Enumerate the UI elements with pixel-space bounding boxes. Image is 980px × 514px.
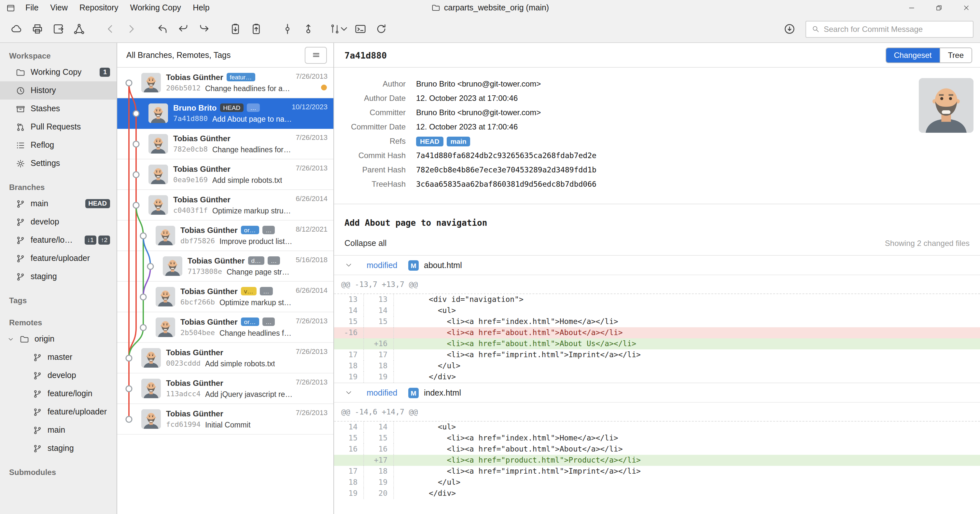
sidebar-branch-feature-uploader[interactable]: feature/uploader <box>0 249 116 267</box>
nav-back-button[interactable] <box>100 19 120 39</box>
network-button[interactable] <box>69 19 89 39</box>
sidebar-remote-branch-master[interactable]: master <box>0 348 116 366</box>
sidebar-item-stashes[interactable]: Stashes <box>0 100 116 118</box>
sidebar-branch-feature-login[interactable]: feature/lo… ↓1 ↑2 <box>0 231 116 249</box>
diff-line: 1919 </div> <box>334 371 980 382</box>
undo-button[interactable] <box>153 19 172 39</box>
collapse-all-button[interactable]: Collapse all <box>344 239 387 248</box>
field-label: Author Date <box>334 94 406 103</box>
hamburger-icon <box>311 50 321 60</box>
commit-row[interactable]: Tobias Günther 0023cdddAdd simple robots… <box>117 343 333 373</box>
commit-date: 5/16/2018 <box>296 256 328 263</box>
sidebar-remote-origin[interactable]: origin <box>0 330 116 348</box>
sidebar-branch-staging[interactable]: staging <box>0 267 116 286</box>
push-button[interactable] <box>194 19 213 39</box>
tab-changeset[interactable]: Changeset <box>886 48 939 62</box>
hunk-header: @@ -13,7 +13,7 @@ <box>334 275 980 294</box>
file-name: about.html <box>424 260 462 270</box>
branch-icon <box>16 272 25 281</box>
head-badge: HEAD <box>85 199 110 208</box>
menu-repository[interactable]: Repository <box>73 0 124 16</box>
commit-row[interactable]: Tobias Güntherd…… 7173808eChange page st… <box>117 251 333 282</box>
sidebar-item-pull-requests[interactable]: Pull Requests <box>0 118 116 136</box>
commit-row[interactable]: Tobias Güntherv…… 6bcf266bOptimize marku… <box>117 282 333 312</box>
restore-button[interactable] <box>925 0 953 16</box>
sidebar-item-working-copy[interactable]: Working Copy 1 <box>0 63 116 81</box>
diff-line: 1717 <li><a href="imprint.html">Imprint<… <box>334 349 980 360</box>
commit-row[interactable]: Tobias Güntherfeatur… 206b5012Change hea… <box>117 68 333 98</box>
arrow-up-left-icon <box>156 23 168 35</box>
commit-icon <box>281 23 293 35</box>
pull-button[interactable] <box>173 19 193 39</box>
field-label: Parent Hash <box>334 165 406 175</box>
commit-author: Tobias Günther <box>180 225 238 235</box>
commit-row[interactable]: Tobias Günther fcd61994Initial Commit 7/… <box>117 404 333 435</box>
commit-row-selected[interactable]: Bruno BritoHEAD… 7a41d880Add About page … <box>117 98 333 129</box>
titlebar: File View Repository Working Copy Help c… <box>0 0 980 16</box>
nav-forward-button[interactable] <box>121 19 141 39</box>
sidebar-branch-develop[interactable]: develop <box>0 213 116 231</box>
sidebar-item-settings[interactable]: Settings <box>0 154 116 173</box>
diff-file-header[interactable]: modified M index.html <box>334 383 980 403</box>
sidebar-item-reflog[interactable]: Reflog <box>0 136 116 154</box>
sidebar-remote-branch-main[interactable]: main <box>0 421 116 439</box>
clock-icon <box>16 86 25 95</box>
menu-view[interactable]: View <box>44 0 73 16</box>
commit-row[interactable]: Tobias Güntheror…… dbf75826Improve produ… <box>117 221 333 251</box>
compare-button[interactable] <box>329 19 349 39</box>
open-box-icon <box>52 23 64 35</box>
menu-help[interactable]: Help <box>187 0 215 16</box>
sidebar-remote-branch-feature-login[interactable]: feature/login <box>0 384 116 403</box>
updates-button[interactable] <box>780 19 799 39</box>
branch-icon <box>33 407 42 417</box>
tab-tree[interactable]: Tree <box>940 48 972 62</box>
sidebar-remote-branch-feature-uploader[interactable]: feature/uploader <box>0 403 116 421</box>
branch-icon <box>16 235 25 245</box>
menu-working-copy[interactable]: Working Copy <box>124 0 187 16</box>
arrow-curl-right-icon <box>197 23 210 35</box>
cloud-icon <box>10 23 22 35</box>
commit-date: 7/26/2013 <box>296 378 328 386</box>
terminal-button[interactable] <box>350 19 370 39</box>
commit-button[interactable] <box>277 19 297 39</box>
commit-list-header: All Branches, Remotes, Tags <box>117 43 333 68</box>
sidebar-branch-main[interactable]: main HEAD <box>0 195 116 213</box>
branch-filter-label[interactable]: All Branches, Remotes, Tags <box>126 51 231 60</box>
commit-message-full: Add About page to navigation <box>334 204 980 238</box>
menu-file[interactable]: File <box>19 0 44 16</box>
file-status: modified <box>367 260 408 270</box>
commit-row[interactable]: Tobias Günther 782e0cb8Change headlines … <box>117 129 333 159</box>
list-options-button[interactable] <box>305 46 327 63</box>
commit-row[interactable]: Tobias Günther 0ea9e169Add simple robots… <box>117 159 333 190</box>
commit-row[interactable]: Tobias Günther 113adcc4Add jQuery javasc… <box>117 373 333 404</box>
diff-line: 1616 <li><a href="about.html">About</a><… <box>334 444 980 455</box>
open-repo-button[interactable] <box>48 19 68 39</box>
ahead-behind-badges: ↓1 ↑2 <box>85 236 110 244</box>
cloud-button[interactable] <box>6 19 26 39</box>
sidebar-remote-branch-staging[interactable]: staging <box>0 439 116 457</box>
diff-file-header[interactable]: modified M about.html <box>334 256 980 275</box>
sidebar-item-history[interactable]: History <box>0 81 116 100</box>
avatar <box>141 73 161 92</box>
diff-line: 1819 </ul> <box>334 477 980 488</box>
cherry-pick-button[interactable] <box>298 19 318 39</box>
search-input[interactable] <box>824 24 967 33</box>
detail-body: AuthorBruno Brito <bruno@git-tower.com> … <box>334 68 980 514</box>
app-icon <box>6 3 16 13</box>
commit-author: Tobias Günther <box>173 134 231 143</box>
refresh-button[interactable] <box>371 19 391 39</box>
commit-row[interactable]: Tobias Günther c0403f1fOptimize markup s… <box>117 190 333 221</box>
close-button[interactable] <box>953 0 980 16</box>
commit-hash: 7a41d880 <box>173 114 208 123</box>
chevron-down-icon[interactable] <box>7 335 14 343</box>
commit-row[interactable]: Tobias Güntheror…… 2b504beeChange headli… <box>117 312 333 343</box>
files-bar: Collapse all Showing 2 changed files <box>334 238 980 255</box>
field-label: Commit Hash <box>334 151 406 160</box>
apply-stash-button[interactable] <box>246 19 266 39</box>
sidebar-remote-branch-develop[interactable]: develop <box>0 366 116 384</box>
print-button[interactable] <box>27 19 47 39</box>
stash-button[interactable] <box>225 19 245 39</box>
minimize-button[interactable] <box>898 0 925 16</box>
avatar <box>148 195 168 215</box>
chevron-left-icon <box>104 23 116 35</box>
